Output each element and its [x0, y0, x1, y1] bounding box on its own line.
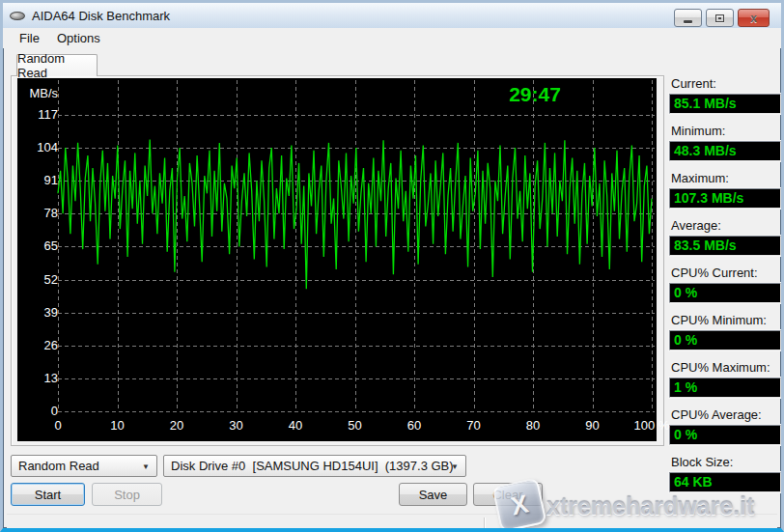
stat-label: Minimum: [671, 124, 781, 138]
x-tick-label: 50 [331, 418, 379, 433]
benchmark-type-value: Random Read [18, 459, 99, 473]
window-title: AIDA64 Disk Benchmark [32, 9, 170, 23]
restore-button[interactable] [706, 9, 734, 27]
drive-select-value: Disk Drive #0 [SAMSUNG HD154UI] (1397.3 … [171, 459, 454, 473]
x-tick-label: 0 [34, 418, 82, 433]
stat-row: CPU% Average:0 % [669, 407, 781, 445]
x-tick-label: 20 [153, 418, 201, 433]
stat-label: CPU% Maximum: [671, 360, 781, 375]
stop-button[interactable]: Stop [92, 483, 162, 506]
stat-value: 83.5 MB/s [669, 236, 781, 256]
x-tick-label: 60 [390, 418, 438, 433]
y-tick-label: 78 [25, 206, 58, 220]
chevron-down-icon: ▼ [142, 463, 150, 471]
stat-label: CPU% Minimum: [671, 313, 781, 327]
stat-label: Maximum: [671, 171, 781, 185]
stat-row: Current:85.1 MB/s [669, 76, 781, 114]
x-tick-label: 10 [94, 418, 142, 433]
disk-icon [10, 10, 26, 22]
y-tick-label: 65 [25, 238, 58, 253]
stat-row: CPU% Current:0 % [669, 266, 781, 303]
minimize-button[interactable] [674, 9, 702, 27]
stat-label: Block Size: [671, 455, 781, 469]
status-bar-divider [484, 518, 485, 530]
x-tick-label: 70 [450, 418, 498, 433]
y-tick-label: 52 [25, 272, 58, 287]
stat-value: 0 % [669, 425, 781, 445]
y-tick-label: 0 [25, 404, 58, 418]
stat-value: 107.3 MB/s [669, 188, 781, 209]
stat-row: Minimum:48.3 MB/s [669, 124, 781, 161]
start-button[interactable]: Start [11, 483, 85, 506]
y-tick-label: 91 [25, 173, 58, 187]
y-tick-label: 13 [25, 371, 58, 385]
benchmark-type-select[interactable]: Random Read ▼ [11, 455, 157, 477]
y-tick-label: 117 [25, 107, 58, 122]
stat-row: CPU% Minimum:0 % [669, 313, 781, 350]
y-tick-label: 26 [25, 338, 58, 352]
x-tick-label: 80 [509, 418, 557, 433]
x-tick-label: 90 [569, 418, 617, 433]
close-button[interactable]: x [738, 9, 770, 27]
menu-options[interactable]: Options [48, 29, 109, 47]
chevron-down-icon: ▼ [451, 463, 459, 471]
stat-value: 64 KB [669, 472, 781, 492]
tab-random-read[interactable]: Random Read [16, 54, 98, 76]
menu-bar: File Options [3, 28, 781, 48]
stat-value: 1 % [669, 378, 781, 398]
title-bar[interactable]: AIDA64 Disk Benchmark [3, 3, 781, 28]
stat-label: CPU% Current: [671, 266, 781, 280]
stop-button-label: Stop [114, 488, 140, 502]
stats-panel: Current:85.1 MB/sMinimum:48.3 MB/sMaximu… [669, 76, 781, 502]
clear-button[interactable]: Clear [473, 483, 543, 506]
stat-row: Average:83.5 MB/s [669, 218, 781, 256]
stat-value: 0 % [669, 283, 781, 303]
chart-canvas [17, 78, 657, 441]
x-tick-label: 30 [212, 418, 261, 433]
stat-value: 0 % [669, 330, 781, 350]
stat-value: 85.1 MB/s [669, 94, 781, 114]
close-icon: x [750, 13, 757, 24]
app-window: AIDA64 Disk Benchmark x File Options Ran… [0, 0, 784, 532]
clear-button-label: Clear [492, 488, 522, 502]
stat-label: Current: [671, 76, 781, 91]
status-bar [7, 514, 777, 532]
save-button-label: Save [419, 488, 448, 502]
x-tick-label: 40 [271, 418, 320, 433]
drive-select[interactable]: Disk Drive #0 [SAMSUNG HD154UI] (1397.3 … [163, 455, 466, 477]
menu-file[interactable]: File [11, 29, 48, 47]
y-tick-label: 104 [25, 140, 58, 154]
x-tick-label: 100 % [628, 418, 676, 433]
stat-label: Average: [671, 218, 781, 233]
stat-row: Maximum:107.3 MB/s [669, 171, 781, 209]
y-tick-label: 39 [25, 305, 58, 320]
benchmark-chart: MB/s 29:47 117104917865523926130 0102030… [17, 78, 657, 441]
start-button-label: Start [35, 488, 61, 502]
stat-row: CPU% Maximum:1 % [669, 360, 781, 398]
stat-label: CPU% Average: [671, 407, 781, 422]
tab-label: Random Read [17, 51, 97, 80]
save-button[interactable]: Save [399, 483, 467, 506]
stat-value: 48.3 MB/s [669, 141, 781, 161]
restore-icon [715, 14, 724, 22]
stat-row: Block Size:64 KB [669, 455, 781, 492]
minimize-icon [684, 20, 692, 23]
